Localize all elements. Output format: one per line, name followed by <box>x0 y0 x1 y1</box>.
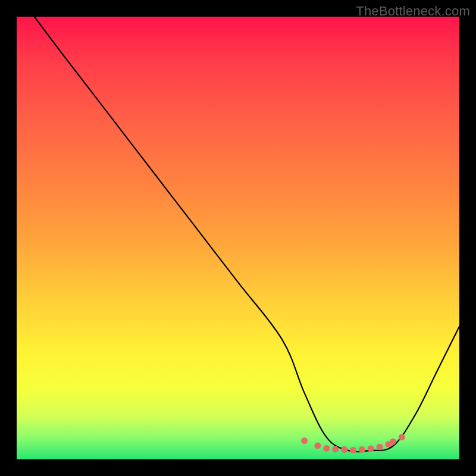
optimal-marker <box>377 444 383 450</box>
optimal-marker <box>314 442 321 449</box>
optimal-zone-markers <box>301 434 405 453</box>
optimal-marker <box>301 437 308 444</box>
optimal-marker <box>359 446 365 453</box>
optimal-marker <box>323 445 330 452</box>
optimal-marker <box>390 439 396 445</box>
optimal-marker <box>341 446 347 453</box>
optimal-marker <box>399 434 405 440</box>
plot-area <box>17 17 459 459</box>
optimal-marker <box>332 446 339 452</box>
bottleneck-curve <box>35 17 459 452</box>
curve-layer <box>17 17 459 459</box>
optimal-marker <box>350 447 356 453</box>
chart-frame: TheBottleneck.com <box>0 0 476 476</box>
optimal-marker <box>368 446 374 452</box>
